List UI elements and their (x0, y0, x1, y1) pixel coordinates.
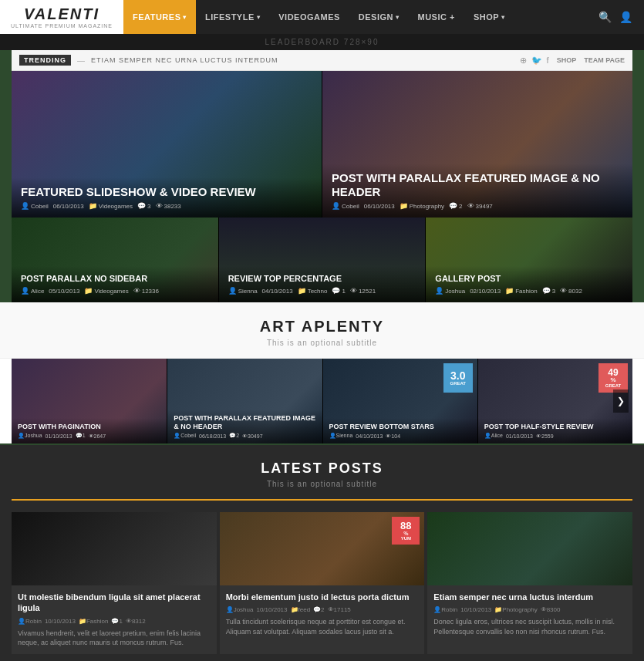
feat1-category: 📁Videogames (89, 202, 133, 210)
feat4-date: 04/10/2013 (262, 288, 293, 295)
latest-post-2[interactable]: 88% YUM Morbi elementum justo id lectus … (220, 512, 425, 654)
latest-post3-category: 📁Photography (494, 606, 537, 613)
latest-posts-title: LATEST POSTS (19, 460, 625, 477)
carousel-item-4[interactable]: 49% GREAT POST TOP HALF-STYLE REVIEW 👤Al… (477, 359, 632, 443)
latest-post3-excerpt: Donec ligula eros, ultrices nec suscipit… (433, 617, 626, 636)
latest-post2-title: Morbi elementum justo id lectus porta di… (226, 592, 419, 602)
latest-post2-author: 👤Joshua (226, 606, 254, 613)
latest-post2-thumb: 88% YUM (220, 512, 425, 585)
nav-item-lifestyle[interactable]: LIFESTYLE ▾ (196, 0, 269, 34)
feat3-views: 👁12336 (133, 287, 159, 295)
feat2-category: 📁Photography (400, 202, 444, 210)
feat2-date: 06/10/2013 (364, 203, 395, 210)
latest-posts-header: LATEST POSTS This is an optional subtitl… (12, 445, 632, 501)
latest-posts-subtitle: This is an optional subtitle (19, 480, 625, 488)
featured-grid: FEATURED SLIDESHOW & VIDEO REVIEW 👤Cobei… (12, 71, 632, 302)
rss-icon[interactable]: ⊕ (520, 56, 527, 66)
carousel1-comments: 💬1 (76, 433, 86, 439)
feat4-author: 👤Sienna (228, 287, 258, 295)
latest-post3-date: 10/10/2013 (460, 606, 491, 613)
latest-posts-grid: Ut molestie bibendum ligula sit amet pla… (0, 512, 644, 654)
feat2-author: 👤Cobeil (332, 202, 359, 210)
shop-arrow: ▾ (501, 14, 505, 21)
trending-dash: — (77, 56, 85, 65)
feat4-category: 📁Techno (298, 287, 328, 295)
trending-shop-link[interactable]: SHOP (557, 56, 577, 64)
carousel4-date: 01/10/2013 (506, 433, 533, 439)
main-nav: FEATURES ▾ LIFESTYLE ▾ VIDEOGAMES DESIGN… (123, 0, 514, 34)
carousel3-title: POST REVIEW BOTTOM STARS (329, 423, 471, 431)
latest-post1-views: 👁8312 (126, 618, 146, 625)
nav-item-videogames[interactable]: VIDEOGAMES (269, 0, 349, 34)
carousel3-date: 04/10/2013 (356, 433, 383, 439)
carousel1-title: POST WITH PAGINATION (18, 423, 160, 431)
trending-team-link[interactable]: TEAM PAGE (584, 56, 625, 64)
trending-social-icons: ⊕ 🐦 f (520, 56, 549, 66)
carousel-item-1[interactable]: POST WITH PAGINATION 👤Joshua 01/10/2013 … (12, 359, 167, 443)
carousel4-pct-badge: 49% GREAT (598, 363, 628, 393)
featured-item-1[interactable]: FEATURED SLIDESHOW & VIDEO REVIEW 👤Cobei… (12, 71, 322, 218)
latest-post2-excerpt: Tulla tincidunt scelerisque neque at por… (226, 617, 419, 636)
carousel1-author: 👤Joshua (18, 433, 42, 439)
feat1-date: 06/10/2013 (53, 203, 84, 210)
carousel3-author: 👤Sienna (329, 433, 353, 439)
latest-post1-category: 📁Fashion (79, 618, 108, 625)
nav-item-music[interactable]: MUSIC + (409, 0, 464, 34)
featured-item-5[interactable]: GALLERY POST 👤Joshua 02/10/2013 📁Fashion… (426, 218, 632, 302)
user-icon[interactable]: 👤 (619, 11, 632, 23)
facebook-icon[interactable]: f (547, 56, 549, 66)
featured-item-3[interactable]: POST PARALLAX NO SIDEBAR 👤Alice 05/10/20… (12, 218, 219, 302)
carousel4-title: POST TOP HALF-STYLE REVIEW (484, 423, 626, 431)
nav-item-shop[interactable]: SHOP ▾ (464, 0, 514, 34)
feat5-views: 👁8032 (560, 287, 582, 295)
carousel-wrapper: POST WITH PAGINATION 👤Joshua 01/10/2013 … (12, 359, 632, 443)
feat2-title: POST WITH PARALLAX FEATURED IMAGE & NO H… (332, 171, 623, 199)
nav-item-features[interactable]: FEATURES ▾ (123, 0, 196, 34)
twitter-icon[interactable]: 🐦 (531, 56, 542, 66)
carousel1-views: 👁2647 (89, 433, 106, 439)
feat5-comments: 💬3 (542, 287, 555, 295)
logo-subtitle: ULTIMATE PREMIUM MAGAZINE (11, 23, 113, 29)
latest-post1-comments: 💬1 (111, 618, 122, 625)
latest-post1-thumb (12, 512, 217, 585)
carousel4-views: 👁2559 (536, 433, 554, 439)
featured-item-4[interactable]: REVIEW TOP PERCENTAGE 👤Sienna 04/10/2013… (219, 218, 427, 302)
feat3-date: 05/10/2013 (49, 288, 79, 295)
art-aplenty-section: ART APLENTY This is an optional subtitle… (0, 302, 644, 443)
feat5-date: 02/10/2013 (470, 288, 501, 295)
latest-post3-author: 👤Robin (433, 606, 457, 613)
latest-post3-thumb (427, 512, 632, 585)
trending-text: ETIAM SEMPER NEC URNA LUCTUS INTERDUM (91, 56, 520, 64)
nav-item-design[interactable]: DESIGN ▾ (349, 0, 409, 34)
latest-post2-views: 👁17115 (328, 606, 351, 613)
carousel-item-2[interactable]: POST WITH PARALLAX FEATURED IMAGE & NO H… (167, 359, 322, 443)
feat4-title: REVIEW TOP PERCENTAGE (228, 274, 416, 284)
carousel4-author: 👤Alice (484, 433, 503, 439)
featured-item-2[interactable]: POST WITH PARALLAX FEATURED IMAGE & NO H… (322, 71, 632, 218)
carousel2-date: 06/18/2013 (199, 433, 226, 439)
feat5-author: 👤Joshua (435, 287, 465, 295)
feat4-comments: 💬1 (332, 287, 345, 295)
latest-post-1[interactable]: Ut molestie bibendum ligula sit amet pla… (12, 512, 217, 654)
carousel-item-3[interactable]: 3.0 GREAT POST REVIEW BOTTOM STARS 👤Sien… (322, 359, 477, 443)
logo[interactable]: VALENTI ULTIMATE PREMIUM MAGAZINE (0, 0, 123, 34)
latest-posts-section: LATEST POSTS This is an optional subtitl… (0, 445, 644, 661)
search-icon[interactable]: 🔍 (598, 11, 612, 23)
carousel3-views: 👁104 (386, 433, 400, 439)
latest-post2-comments: 💬2 (313, 606, 324, 613)
trending-links: SHOP TEAM PAGE (557, 56, 625, 64)
feat2-views: 👁39497 (467, 202, 493, 210)
header: VALENTI ULTIMATE PREMIUM MAGAZINE FEATUR… (0, 0, 644, 50)
feat1-title: FEATURED SLIDESHOW & VIDEO REVIEW (21, 185, 312, 199)
feat1-views: 👁38233 (156, 202, 181, 210)
features-arrow: ▾ (183, 14, 187, 21)
latest-post-3[interactable]: Etiam semper nec urna luctus interdum 👤R… (427, 512, 632, 654)
carousel2-comments: 💬2 (229, 433, 239, 439)
feat4-views: 👁12521 (350, 287, 376, 295)
latest-post3-views: 👁8300 (541, 606, 561, 613)
carousel-next-button[interactable]: ❯ (613, 390, 629, 413)
carousel2-title: POST WITH PARALLAX FEATURED IMAGE & NO H… (174, 414, 315, 431)
latest-post3-title: Etiam semper nec urna luctus interdum (433, 592, 626, 602)
carousel2-views: 👁30497 (242, 433, 262, 439)
feat5-title: GALLERY POST (435, 274, 623, 284)
